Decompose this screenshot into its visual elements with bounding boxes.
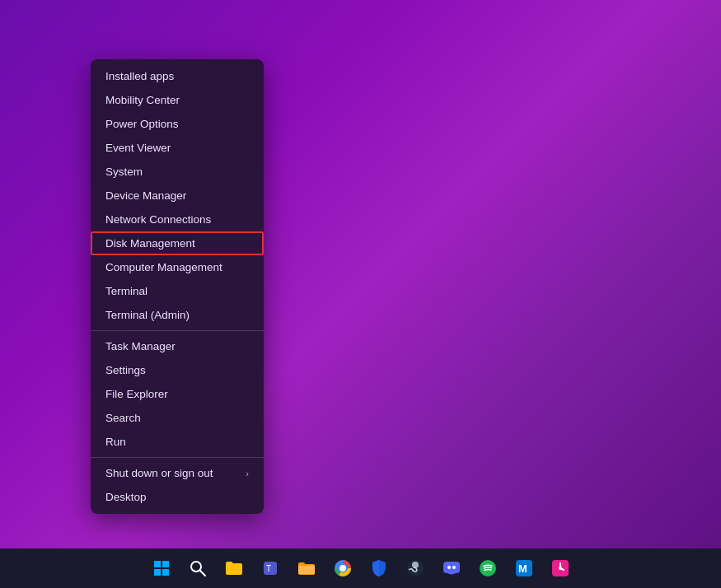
menu-item-label: Task Manager — [105, 340, 176, 352]
menu-item-label: Desktop — [105, 491, 147, 503]
desktop: Installed appsMobility CenterPower Optio… — [0, 0, 721, 588]
menu-item-file-explorer[interactable]: File Explorer — [91, 382, 264, 406]
menu-item-terminal-admin[interactable]: Terminal (Admin) — [91, 303, 264, 327]
svg-point-17 — [480, 560, 496, 576]
taskbar-discord[interactable] — [435, 552, 468, 585]
menu-item-disk-management[interactable]: Disk Management — [91, 231, 264, 255]
menu-item-shut-down[interactable]: Shut down or sign out› — [91, 461, 264, 485]
context-menu: Installed appsMobility CenterPower Optio… — [91, 59, 264, 514]
start-button[interactable] — [145, 552, 178, 585]
menu-item-desktop[interactable]: Desktop — [91, 485, 264, 509]
menu-item-label: Disk Management — [105, 237, 195, 250]
taskbar-chrome[interactable] — [326, 552, 359, 585]
menu-item-label: Network Connections — [105, 213, 211, 226]
taskbar-bitwarden[interactable] — [363, 552, 396, 585]
svg-point-4 — [191, 562, 201, 572]
menu-item-label: Installed apps — [105, 70, 174, 82]
menu-item-task-manager[interactable]: Task Manager — [91, 334, 264, 358]
taskbar-app2[interactable] — [544, 552, 577, 585]
menu-item-label: Terminal (Admin) — [105, 309, 190, 321]
menu-item-label: Settings — [105, 364, 146, 376]
taskbar-file-manager[interactable] — [218, 552, 250, 585]
menu-item-terminal[interactable]: Terminal — [91, 279, 264, 303]
svg-rect-8 — [298, 566, 315, 574]
svg-rect-1 — [162, 561, 169, 567]
chevron-right-icon: › — [246, 469, 249, 478]
svg-text:M: M — [518, 562, 527, 575]
menu-divider — [91, 330, 264, 331]
menu-divider — [91, 457, 264, 458]
menu-item-event-viewer[interactable]: Event Viewer — [91, 136, 264, 160]
taskbar-files[interactable] — [290, 552, 323, 585]
menu-item-label: Run — [105, 436, 126, 448]
svg-rect-14 — [443, 562, 460, 573]
svg-rect-0 — [154, 561, 161, 567]
menu-item-search[interactable]: Search — [91, 406, 264, 430]
taskbar-spotify[interactable] — [471, 552, 504, 585]
menu-item-label: Event Viewer — [105, 142, 171, 154]
menu-item-installed-apps[interactable]: Installed apps — [91, 64, 264, 88]
svg-point-23 — [559, 567, 562, 570]
svg-point-11 — [340, 566, 345, 571]
taskbar-steam[interactable] — [399, 552, 432, 585]
menu-item-computer-management[interactable]: Computer Management — [91, 255, 264, 279]
menu-item-system[interactable]: System — [91, 160, 264, 184]
svg-rect-2 — [154, 569, 161, 576]
menu-item-power-options[interactable]: Power Options — [91, 112, 264, 136]
menu-item-settings[interactable]: Settings — [91, 358, 264, 382]
svg-text:T: T — [266, 564, 271, 573]
svg-point-15 — [447, 566, 451, 569]
menu-item-label: Mobility Center — [105, 94, 180, 106]
svg-rect-3 — [162, 569, 169, 576]
menu-item-run[interactable]: Run — [91, 430, 264, 454]
taskbar-app1[interactable]: M — [508, 552, 541, 585]
menu-item-network-connections[interactable]: Network Connections — [91, 208, 264, 231]
taskbar: T — [0, 548, 721, 588]
menu-item-label: Device Manager — [105, 189, 186, 202]
menu-item-label: Search — [105, 412, 141, 424]
svg-point-16 — [452, 566, 456, 569]
taskbar-teams[interactable]: T — [254, 552, 287, 585]
taskbar-search-button[interactable] — [181, 552, 214, 585]
menu-item-label: Computer Management — [105, 261, 222, 273]
menu-item-label: System — [105, 166, 143, 178]
menu-item-mobility-center[interactable]: Mobility Center — [91, 88, 264, 112]
menu-item-label: Terminal — [105, 285, 147, 297]
menu-item-device-manager[interactable]: Device Manager — [91, 184, 264, 208]
menu-item-label: Power Options — [105, 118, 179, 130]
menu-item-label: File Explorer — [105, 388, 168, 400]
svg-line-5 — [200, 571, 205, 576]
menu-item-label: Shut down or sign out — [105, 467, 213, 479]
